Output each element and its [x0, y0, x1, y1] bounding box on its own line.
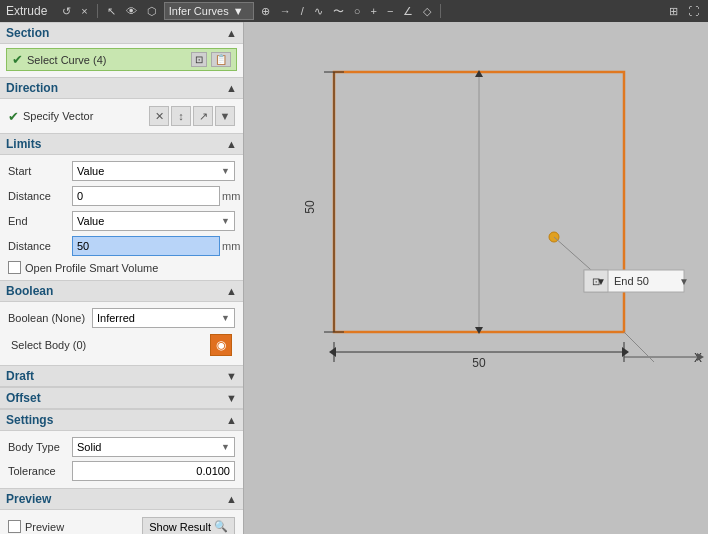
section-header-offset[interactable]: Offset ▼ — [0, 387, 243, 409]
direction-collapse-icon: ▲ — [226, 82, 237, 94]
body-type-label: Body Type — [8, 441, 68, 453]
start-dropdown[interactable]: Value ▼ — [72, 161, 235, 181]
vector-dropdown-btn[interactable]: ▼ — [215, 106, 235, 126]
svg-text:End 50: End 50 — [614, 275, 649, 287]
specify-btns: ✕ ↕ ↗ ▼ — [149, 106, 235, 126]
body-type-dropdown[interactable]: Solid ▼ — [72, 437, 235, 457]
boolean-dropdown[interactable]: Inferred ▼ — [92, 308, 235, 328]
search-icon: 🔍 — [214, 520, 228, 533]
section-header-settings[interactable]: Settings ▲ — [0, 409, 243, 431]
diamond-icon[interactable]: ◇ — [420, 4, 434, 19]
distance-start-unit: mm — [222, 190, 242, 202]
distance-start-label: Distance — [8, 190, 68, 202]
viewport[interactable]: 50 50 ⊡ ▼ End 50 — [244, 22, 708, 534]
tolerance-row: Tolerance — [6, 459, 237, 483]
body-type-row: Body Type Solid ▼ — [6, 435, 237, 459]
drawing-canvas: 50 50 ⊡ ▼ End 50 — [244, 22, 708, 534]
draft-label: Draft — [6, 369, 226, 383]
start-label: Start — [8, 165, 68, 177]
select-curve-btn2[interactable]: 📋 — [211, 52, 231, 67]
preview-row: Preview Show Result 🔍 — [6, 514, 237, 534]
svg-text:▼: ▼ — [679, 276, 689, 287]
vector-btn2[interactable]: ↕ — [171, 106, 191, 126]
wave-icon[interactable]: 〜 — [330, 3, 347, 20]
separator — [97, 4, 98, 18]
show-result-button[interactable]: Show Result 🔍 — [142, 517, 235, 534]
preview-label: Preview — [6, 492, 226, 506]
section-header-limits[interactable]: Limits ▲ — [0, 133, 243, 155]
minus-icon[interactable]: − — [384, 4, 396, 18]
specify-vector-row: ✔ Specify Vector ✕ ↕ ↗ ▼ — [6, 103, 237, 129]
select-curve-row[interactable]: ✔ Select Curve (4) ⊡ 📋 — [6, 48, 237, 71]
distance-end-row: Distance mm ▼ — [6, 234, 237, 258]
section-content-section: ✔ Select Curve (4) ⊡ 📋 — [0, 44, 243, 77]
draft-collapse-icon: ▼ — [226, 370, 237, 382]
refresh-icon[interactable]: ↺ — [59, 4, 74, 19]
distance-end-input[interactable] — [72, 236, 220, 256]
left-panel: Section ▲ ✔ Select Curve (4) ⊡ 📋 Directi… — [0, 22, 244, 534]
svg-text:▼: ▼ — [596, 276, 606, 287]
limits-label: Limits — [6, 137, 226, 151]
distance-end-label: Distance — [8, 240, 68, 252]
start-row: Start Value ▼ — [6, 159, 237, 183]
angle-icon[interactable]: ∠ — [400, 4, 416, 19]
section-content-boolean: Boolean (None) Inferred ▼ Select Body (0… — [0, 302, 243, 365]
select-body-label: Select Body (0) — [11, 339, 206, 351]
open-profile-row: Open Profile Smart Volume — [6, 259, 237, 276]
settings-label: Settings — [6, 413, 226, 427]
select-body-row: Select Body (0) ◉ — [6, 331, 237, 359]
fullscreen-icon[interactable]: ⛶ — [685, 4, 702, 18]
top-toolbar: Extrude ↺ × ↖ 👁 ⬡ Infer Curves ▼ ⊕ → / ∿… — [0, 0, 708, 22]
settings-collapse-icon: ▲ — [226, 414, 237, 426]
distance-end-input-group: mm ▼ — [72, 236, 244, 256]
separator2 — [440, 4, 441, 18]
section-header-direction[interactable]: Direction ▲ — [0, 77, 243, 99]
eye-icon[interactable]: 👁 — [123, 4, 140, 18]
curve-icon[interactable]: ∿ — [311, 4, 326, 19]
show-result-label: Show Result — [149, 521, 211, 533]
section-header-draft[interactable]: Draft ▼ — [0, 365, 243, 387]
svg-text:50: 50 — [303, 200, 317, 214]
select-body-btn[interactable]: ◉ — [210, 334, 232, 356]
limits-collapse-icon: ▲ — [226, 138, 237, 150]
check-icon: ✔ — [12, 52, 23, 67]
section-content-preview: Preview Show Result 🔍 — [0, 510, 243, 534]
arrow-icon[interactable]: → — [277, 4, 294, 18]
tolerance-input[interactable] — [72, 461, 235, 481]
distance-start-row: Distance mm ▼ — [6, 184, 237, 208]
vector-btn3[interactable]: ↗ — [193, 106, 213, 126]
main-area: Section ▲ ✔ Select Curve (4) ⊡ 📋 Directi… — [0, 22, 708, 534]
panel-title: Extrude — [6, 4, 47, 18]
preview-checkbox[interactable] — [8, 520, 21, 533]
section-content-limits: Start Value ▼ Distance mm ▼ End Valu — [0, 155, 243, 280]
select-curve-btn1[interactable]: ⊡ — [191, 52, 207, 67]
section-header-preview[interactable]: Preview ▲ — [0, 488, 243, 510]
plus-icon[interactable]: + — [368, 4, 380, 18]
circle-icon[interactable]: ○ — [351, 4, 364, 18]
cursor-icon[interactable]: ↖ — [104, 4, 119, 19]
end-dropdown[interactable]: Value ▼ — [72, 211, 235, 231]
distance-start-input[interactable] — [72, 186, 220, 206]
section-content-direction: ✔ Specify Vector ✕ ↕ ↗ ▼ — [0, 99, 243, 133]
preview-check-label: Preview — [25, 521, 64, 533]
snap-icon[interactable]: ⊕ — [258, 4, 273, 19]
section-content-settings: Body Type Solid ▼ Tolerance — [0, 431, 243, 488]
open-profile-checkbox[interactable] — [8, 261, 21, 274]
vector-btn1[interactable]: ✕ — [149, 106, 169, 126]
section-label: Section — [6, 26, 226, 40]
offset-label: Offset — [6, 391, 226, 405]
line-icon[interactable]: / — [298, 4, 307, 18]
select-curve-label: Select Curve (4) — [27, 54, 187, 66]
end-label: End — [8, 215, 68, 227]
offset-collapse-icon: ▼ — [226, 392, 237, 404]
preview-collapse-icon: ▲ — [226, 493, 237, 505]
section-header-boolean[interactable]: Boolean ▲ — [0, 280, 243, 302]
section-header-section[interactable]: Section ▲ — [0, 22, 243, 44]
specify-check-icon: ✔ — [8, 109, 19, 124]
grid-icon[interactable]: ⊞ — [666, 4, 681, 19]
infer-curves-dropdown[interactable]: Infer Curves ▼ — [164, 2, 254, 20]
distance-start-input-group: mm ▼ — [72, 186, 244, 206]
open-profile-label: Open Profile Smart Volume — [25, 262, 158, 274]
close-icon[interactable]: × — [78, 4, 90, 18]
layer-icon[interactable]: ⬡ — [144, 4, 160, 19]
